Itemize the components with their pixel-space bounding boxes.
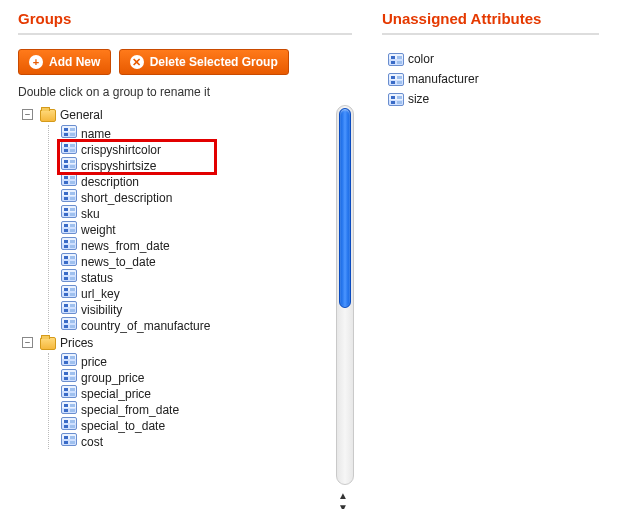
attribute-icon: [388, 93, 404, 106]
folder-icon: [40, 109, 56, 122]
tree-item[interactable]: sku: [61, 205, 352, 221]
unassigned-list: colormanufacturersize: [382, 49, 599, 109]
divider: [382, 33, 599, 35]
attribute-label: news_from_date: [81, 239, 170, 253]
attribute-label: color: [408, 52, 434, 66]
add-new-label: Add New: [49, 55, 100, 69]
attribute-label: name: [81, 127, 111, 141]
attribute-label: manufacturer: [408, 72, 479, 86]
attribute-label: description: [81, 175, 139, 189]
tree-item[interactable]: url_key: [61, 285, 352, 301]
attribute-icon: [61, 173, 77, 186]
attribute-icon: [61, 417, 77, 430]
attribute-tree[interactable]: −Generalnamecrispyshirtcolorcrispyshirts…: [18, 105, 352, 449]
plus-icon: +: [29, 55, 43, 69]
delete-group-label: Delete Selected Group: [150, 55, 278, 69]
folder-icon: [40, 337, 56, 350]
arrow-down-icon[interactable]: ▼: [336, 503, 350, 509]
group-label[interactable]: Prices: [60, 336, 93, 350]
attribute-icon: [61, 141, 77, 154]
attribute-label: status: [81, 271, 113, 285]
tree-item[interactable]: special_from_date: [61, 401, 352, 417]
attribute-label: short_description: [81, 191, 172, 205]
attribute-icon: [61, 369, 77, 382]
tree-item[interactable]: group_price: [61, 369, 352, 385]
tree-item[interactable]: status: [61, 269, 352, 285]
attribute-icon: [61, 301, 77, 314]
groups-panel: Groups + Add New ✕ Delete Selected Group…: [18, 10, 352, 505]
x-icon: ✕: [130, 55, 144, 69]
scrollbar-arrows[interactable]: ▲ ▼: [336, 491, 350, 509]
attribute-label: special_price: [81, 387, 151, 401]
attribute-icon: [61, 433, 77, 446]
attribute-label: size: [408, 92, 429, 106]
attribute-label: special_from_date: [81, 403, 179, 417]
attribute-icon: [61, 385, 77, 398]
tree-item[interactable]: cost: [61, 433, 352, 449]
tree-item[interactable]: crispyshirtsize: [61, 157, 352, 173]
unassigned-title: Unassigned Attributes: [382, 10, 599, 27]
delete-group-button[interactable]: ✕ Delete Selected Group: [119, 49, 289, 75]
scrollbar-thumb[interactable]: [339, 108, 351, 308]
attribute-icon: [61, 253, 77, 266]
attribute-icon: [61, 317, 77, 330]
tree-item[interactable]: country_of_manufacture: [61, 317, 352, 333]
unassigned-panel: Unassigned Attributes colormanufacturers…: [382, 10, 599, 505]
attribute-label: sku: [81, 207, 100, 221]
tree-item[interactable]: visibility: [61, 301, 352, 317]
attribute-icon: [388, 53, 404, 66]
attribute-icon: [61, 353, 77, 366]
attribute-icon: [61, 157, 77, 170]
button-bar: + Add New ✕ Delete Selected Group: [18, 49, 352, 75]
tree-item[interactable]: short_description: [61, 189, 352, 205]
list-item[interactable]: size: [388, 89, 599, 109]
attribute-label: crispyshirtcolor: [81, 143, 161, 157]
attribute-label: weight: [81, 223, 116, 237]
attribute-icon: [388, 73, 404, 86]
attribute-icon: [61, 401, 77, 414]
tree-item[interactable]: special_price: [61, 385, 352, 401]
attribute-icon: [61, 125, 77, 138]
attribute-label: url_key: [81, 287, 120, 301]
attribute-icon: [61, 205, 77, 218]
divider: [18, 33, 352, 35]
list-item[interactable]: color: [388, 49, 599, 69]
groups-title: Groups: [18, 10, 352, 27]
tree-item[interactable]: special_to_date: [61, 417, 352, 433]
tree-item[interactable]: name: [61, 125, 352, 141]
group-label[interactable]: General: [60, 108, 103, 122]
attribute-label: price: [81, 355, 107, 369]
tree-group[interactable]: −Generalnamecrispyshirtcolorcrispyshirts…: [22, 105, 352, 333]
tree-item[interactable]: crispyshirtcolor: [61, 141, 352, 157]
collapse-toggle[interactable]: −: [22, 337, 33, 348]
collapse-toggle[interactable]: −: [22, 109, 33, 120]
arrow-up-icon[interactable]: ▲: [336, 491, 350, 501]
attribute-label: group_price: [81, 371, 144, 385]
attribute-icon: [61, 269, 77, 282]
attribute-label: news_to_date: [81, 255, 156, 269]
attribute-icon: [61, 221, 77, 234]
attribute-icon: [61, 237, 77, 250]
attribute-label: special_to_date: [81, 419, 165, 433]
attribute-label: crispyshirtsize: [81, 159, 156, 173]
attribute-label: visibility: [81, 303, 122, 317]
scrollbar[interactable]: [336, 105, 354, 485]
tree-group[interactable]: −Pricespricegroup_pricespecial_pricespec…: [22, 333, 352, 449]
attribute-icon: [61, 285, 77, 298]
list-item[interactable]: manufacturer: [388, 69, 599, 89]
attribute-label: cost: [81, 435, 103, 449]
attribute-label: country_of_manufacture: [81, 319, 210, 333]
tree-item[interactable]: description: [61, 173, 352, 189]
hint-text: Double click on a group to rename it: [18, 85, 352, 99]
tree-item[interactable]: news_to_date: [61, 253, 352, 269]
tree-item[interactable]: price: [61, 353, 352, 369]
add-new-button[interactable]: + Add New: [18, 49, 111, 75]
tree-item[interactable]: weight: [61, 221, 352, 237]
attribute-icon: [61, 189, 77, 202]
tree-item[interactable]: news_from_date: [61, 237, 352, 253]
